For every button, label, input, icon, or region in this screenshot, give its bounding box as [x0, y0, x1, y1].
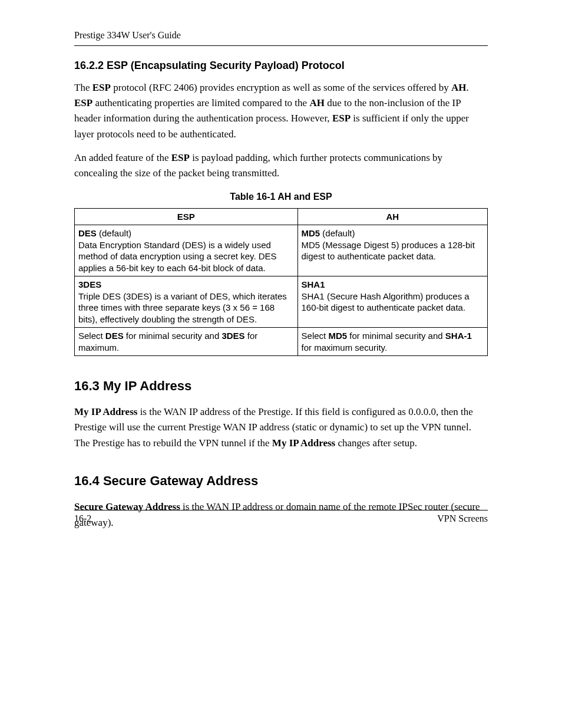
col-ah-header: AH — [297, 208, 487, 225]
page-number: 16-2 — [74, 512, 91, 526]
footer-section: VPN Screens — [437, 512, 488, 526]
page-footer: 16-2 VPN Screens — [74, 510, 488, 526]
cell-ah-select: Select MD5 for minimal security and SHA-… — [297, 328, 487, 356]
footer-rule — [74, 510, 488, 510]
paragraph: My IP Address is the WAN IP address of t… — [74, 404, 488, 451]
table-header-row: ESP AH — [75, 208, 488, 225]
paragraph: An added feature of the ESP is payload p… — [74, 150, 488, 182]
table-16-1: ESP AH DES (default) Data Encryption Sta… — [74, 208, 488, 357]
table-caption: Table 16-1 AH and ESP — [74, 190, 488, 205]
page-body: Prestige 334W User's Guide 16.2.2 ESP (E… — [0, 0, 562, 531]
paragraph: The ESP protocol (RFC 2406) provides enc… — [74, 80, 488, 142]
cell-3des: 3DES Triple DES (3DES) is a variant of D… — [75, 276, 298, 328]
page-header: Prestige 334W User's Guide — [74, 28, 488, 46]
table-row: 3DES Triple DES (3DES) is a variant of D… — [75, 276, 488, 328]
cell-sha1: SHA1 SHA1 (Secure Hash Algorithm) produc… — [297, 276, 487, 328]
heading-16-4: 16.4 Secure Gateway Address — [74, 471, 488, 491]
cell-md5: MD5 (default) MD5 (Message Digest 5) pro… — [297, 225, 487, 276]
heading-16-3: 16.3 My IP Address — [74, 376, 488, 396]
doc-title: Prestige 334W User's Guide — [74, 30, 181, 40]
table-row: Select DES for minimal security and 3DES… — [75, 328, 488, 356]
cell-esp-select: Select DES for minimal security and 3DES… — [75, 328, 298, 356]
table-row: DES (default) Data Encryption Standard (… — [75, 225, 488, 276]
col-esp-header: ESP — [75, 208, 298, 225]
heading-16-2-2: 16.2.2 ESP (Encapsulating Security Paylo… — [74, 58, 488, 74]
cell-des: DES (default) Data Encryption Standard (… — [75, 225, 298, 276]
